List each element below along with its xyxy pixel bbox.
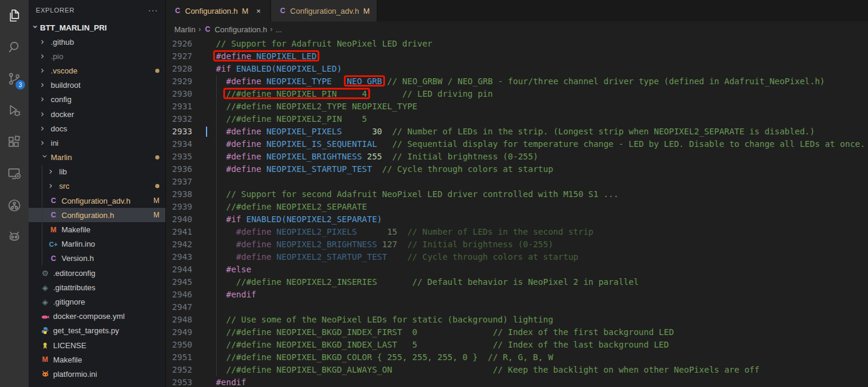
extensions-icon[interactable] <box>5 133 24 152</box>
python-icon <box>41 326 50 335</box>
workspace-section-header[interactable]: › BTT_MARLIN_PRI <box>29 20 165 35</box>
tree-item-ini[interactable]: ›ini <box>29 136 165 150</box>
code-line-2930[interactable]: 2930 //#define NEOPIXEL_PIN 4 // LED dri… <box>166 88 868 100</box>
tree-item-makefile[interactable]: MMakefile <box>29 222 165 236</box>
tree-item-get-test-targets-py[interactable]: get_test_targets.py <box>29 324 165 338</box>
code-line-2933[interactable]: 2933 #define NEOPIXEL_PIXELS 30 // Numbe… <box>166 125 868 138</box>
code-line-text: //#define NEOPIXEL_BKGD_INDEX_FIRST 0 //… <box>206 326 674 339</box>
tree-item--github[interactable]: ›.github <box>29 35 165 49</box>
chevron-right-icon: › <box>41 124 48 133</box>
code-line-2928[interactable]: 2928 #if ENABLED(NEOPIXEL_LED) <box>166 63 868 75</box>
close-icon[interactable]: × <box>254 7 263 16</box>
tree-item-platformio-ini[interactable]: platformio.ini <box>29 367 165 381</box>
code-line-2927[interactable]: 2927 #define NEOPIXEL_LED <box>166 50 868 63</box>
code-line-2937[interactable]: 2937 <box>166 176 868 188</box>
tree-item--editorconfig[interactable]: ⚙.editorconfig <box>29 266 165 280</box>
search-icon[interactable] <box>5 38 24 57</box>
code-line-2935[interactable]: 2935 #define NEOPIXEL_BRIGHTNESS 255 // … <box>166 150 868 163</box>
tree-item-docker[interactable]: ›docker <box>29 107 165 121</box>
code-line-2934[interactable]: 2934 #define NEOPIXEL_IS_SEQUENTIAL // S… <box>166 138 868 150</box>
code-line-2942[interactable]: 2942 #define NEOPIXEL2_BRIGHTNESS 127 //… <box>166 238 868 251</box>
tree-item-buildroot[interactable]: ›buildroot <box>29 78 165 93</box>
code-line-text: //#define NEOPIXEL_BKGD_COLOR { 255, 255… <box>206 351 553 364</box>
line-number: 2928 <box>166 63 192 75</box>
tree-item-marlin[interactable]: ›Marlin <box>29 150 165 165</box>
explorer-icon[interactable] <box>5 6 24 25</box>
tree-item--pio[interactable]: ›.pio <box>29 49 165 63</box>
file-name: src <box>59 182 69 191</box>
tree-item-license[interactable]: LICENSE <box>29 338 165 352</box>
code-line-text: // Support for Adafruit NeoPixel LED dri… <box>206 38 432 50</box>
arduino-file-icon: C+ <box>49 239 58 248</box>
breadcrumb-folder[interactable]: Marlin <box>174 25 195 34</box>
code-line-2945[interactable]: 2945 //#define NEOPIXEL2_INSERIES // Def… <box>166 276 868 288</box>
platformio-icon[interactable] <box>5 228 24 247</box>
code-line-2936[interactable]: 2936 #define NEOPIXEL_STARTUP_TEST // Cy… <box>166 163 868 176</box>
git-modified-badge: M <box>363 7 370 16</box>
code-line-2944[interactable]: 2944 #else <box>166 263 868 276</box>
run-and-debug-icon[interactable] <box>5 101 24 120</box>
tab-configuration-h[interactable]: C Configuration.h M × <box>166 0 271 22</box>
line-number: 2938 <box>166 188 192 201</box>
line-number: 2937 <box>166 176 192 188</box>
breadcrumb: Marlin › C Configuration.h › ... <box>166 22 868 37</box>
line-number: 2931 <box>166 100 192 113</box>
tree-item-config[interactable]: ›config <box>29 93 165 107</box>
breadcrumb-symbol[interactable]: ... <box>276 25 282 34</box>
chevron-right-icon: › <box>41 95 48 104</box>
line-number: 2949 <box>166 326 192 339</box>
chevron-right-icon: › <box>41 139 48 148</box>
code-line-2931[interactable]: 2931 //#define NEOPIXEL2_TYPE NEOPIXEL_T… <box>166 100 868 113</box>
code-line-2932[interactable]: 2932 //#define NEOPIXEL2_PIN 5 <box>166 113 868 125</box>
code-line-2941[interactable]: 2941 #define NEOPIXEL2_PIXELS 15 // Numb… <box>166 226 868 238</box>
code-line-2946[interactable]: 2946 #endif <box>166 288 868 301</box>
line-number: 2945 <box>166 276 192 288</box>
code-line-2949[interactable]: 2949 //#define NEOPIXEL_BKGD_INDEX_FIRST… <box>166 326 868 339</box>
tree-item-marlin-ino[interactable]: C+Marlin.ino <box>29 237 165 251</box>
file-name: ini <box>51 139 59 148</box>
code-line-2948[interactable]: 2948 // Use some of the NeoPixel LEDs fo… <box>166 314 868 326</box>
code-line-text: #endif <box>206 288 256 301</box>
tree-item-version-h[interactable]: CVersion.h <box>29 251 165 266</box>
code-line-2951[interactable]: 2951 //#define NEOPIXEL_BKGD_COLOR { 255… <box>166 351 868 364</box>
source-control-icon[interactable]: 3 <box>5 69 24 88</box>
tree-item--gitignore[interactable]: ◈.gitignore <box>29 294 165 309</box>
tree-item-configuration-h[interactable]: CConfiguration.hM <box>29 208 165 222</box>
code-line-2947[interactable]: 2947 <box>166 301 868 314</box>
line-number: 2951 <box>166 351 192 364</box>
tree-item-src[interactable]: ›src <box>29 179 165 194</box>
code-line-text: //#define NEOPIXEL2_PIN 5 <box>206 113 367 125</box>
code-editor[interactable]: 2926 // Support for Adafruit NeoPixel LE… <box>166 37 868 387</box>
tab-configuration-adv-h[interactable]: C Configuration_adv.h M <box>271 0 377 22</box>
line-number: 2944 <box>166 263 192 276</box>
file-name: .gitattributes <box>53 283 96 292</box>
code-line-2940[interactable]: 2940 #if ENABLED(NEOPIXEL2_SEPARATE) <box>166 213 868 226</box>
code-line-text: #define NEOPIXEL_IS_SEQUENTIAL // Sequen… <box>206 138 865 150</box>
tree-item--vscode[interactable]: ›.vscode <box>29 63 165 78</box>
remote-explorer-icon[interactable] <box>5 164 24 183</box>
code-line-2926[interactable]: 2926 // Support for Adafruit NeoPixel LE… <box>166 38 868 50</box>
code-line-2938[interactable]: 2938 // Support for second Adafruit NeoP… <box>166 188 868 201</box>
c-file-icon: C <box>278 7 287 16</box>
breadcrumb-file[interactable]: Configuration.h <box>214 25 267 34</box>
code-line-2952[interactable]: 2952 //#define NEOPIXEL_BKGD_ALWAYS_ON /… <box>166 364 868 376</box>
tree-item-docker-compose-yml[interactable]: docker-compose.yml <box>29 309 165 324</box>
code-line-text: // Support for second Adafruit NeoPixel … <box>206 188 618 201</box>
more-actions-icon[interactable]: ··· <box>148 5 158 15</box>
line-number: 2940 <box>166 213 192 226</box>
modified-dot-icon <box>155 155 159 159</box>
code-line-2953[interactable]: 2953 #endif <box>166 376 868 387</box>
activity-bar: 3 <box>0 0 29 387</box>
chevron-right-icon: › <box>41 110 48 119</box>
tree-item-lib[interactable]: ›lib <box>29 165 165 179</box>
code-line-2929[interactable]: 2929 #define NEOPIXEL_TYPE NEO_GRB // NE… <box>166 75 868 88</box>
tree-item-makefile[interactable]: MMakefile <box>29 352 165 367</box>
tree-item-docs[interactable]: ›docs <box>29 121 165 136</box>
code-line-2943[interactable]: 2943 #define NEOPIXEL2_STARTUP_TEST // C… <box>166 251 868 263</box>
tree-item-configuration-adv-h[interactable]: CConfiguration_adv.hM <box>29 194 165 208</box>
file-name: Makefile <box>53 355 82 364</box>
tree-item--gitattributes[interactable]: ◈.gitattributes <box>29 280 165 294</box>
code-line-2939[interactable]: 2939 //#define NEOPIXEL2_SEPARATE <box>166 201 868 213</box>
git-graph-icon[interactable] <box>5 196 24 215</box>
code-line-2950[interactable]: 2950 //#define NEOPIXEL_BKGD_INDEX_LAST … <box>166 339 868 351</box>
